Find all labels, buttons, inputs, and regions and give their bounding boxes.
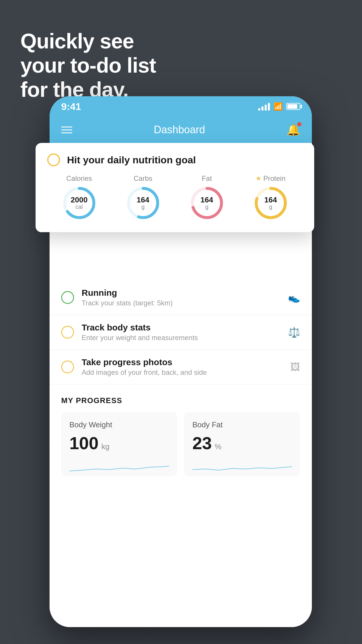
body-weight-unit: kg [101,442,109,451]
carbs-unit: g [141,204,145,210]
carbs-value: 164 [137,196,149,204]
calories-value: 2000 [71,196,88,204]
background: Quickly see your to-do list for the day.… [0,0,362,644]
todo-text-running: Running Track your stats (target: 5km) [82,288,280,307]
body-fat-chart [192,458,292,475]
status-time: 9:41 [61,101,81,112]
hero-line1: Quickly see [20,29,156,53]
todo-name-running: Running [82,288,280,298]
todo-circle-running [61,291,74,304]
body-fat-unit: % [215,442,222,451]
protein-label: ★ Protein [256,174,285,183]
nutrition-card[interactable]: Hit your daily nutrition goal Calories 2… [36,143,314,232]
nutrition-card-header: Hit your daily nutrition goal [47,153,303,166]
calories-ring-item: Calories 2000 cal [62,174,97,220]
body-fat-title: Body Fat [192,420,292,429]
todo-sub-running: Track your stats (target: 5km) [82,299,280,307]
fat-value: 164 [201,196,213,204]
nav-bar: Dashboard 🔔 [50,117,312,143]
fat-unit: g [205,204,208,210]
notification-dot [297,122,301,126]
protein-ring-item: ★ Protein 164 g [253,174,288,220]
hamburger-menu[interactable] [61,127,72,133]
todo-list: Running Track your stats (target: 5km) 👟… [50,280,312,384]
calories-ring: 2000 cal [62,186,97,220]
progress-card-weight[interactable]: Body Weight 100 kg [61,412,177,476]
hero-text: Quickly see your to-do list for the day. [20,29,156,102]
shoe-icon: 👟 [288,292,300,303]
carbs-ring-item: Carbs 164 g [126,174,161,220]
status-bar: 9:41 📶 [50,96,312,117]
body-weight-title: Body Weight [69,420,169,429]
progress-header: MY PROGRESS [61,396,300,405]
progress-section: MY PROGRESS Body Weight 100 kg [50,384,312,482]
body-weight-chart [69,458,169,475]
nav-title: Dashboard [154,124,205,136]
signal-icon [258,102,270,111]
nutrition-radio[interactable] [47,153,60,166]
fat-ring-item: Fat 164 g [189,174,224,220]
photo-icon: 🖼 [290,361,300,373]
todo-item-running[interactable]: Running Track your stats (target: 5km) 👟 [50,280,312,315]
status-icons: 📶 [258,102,300,111]
todo-text-photos: Take progress photos Add images of your … [82,357,283,377]
progress-cards: Body Weight 100 kg Body Fat [61,412,300,476]
protein-unit: g [269,204,272,210]
todo-name-track-body: Track body stats [82,323,280,332]
battery-icon [286,103,300,110]
scale-icon: ⚖️ [288,326,300,338]
fat-label: Fat [202,174,212,183]
protein-ring: 164 g [253,186,288,220]
calories-label: Calories [66,174,92,183]
body-weight-number: 100 [69,435,99,452]
hero-line2: your to-do list [20,53,156,78]
calories-unit: cal [75,204,83,210]
wifi-icon: 📶 [273,102,283,111]
fat-ring: 164 g [189,186,224,220]
bell-icon[interactable]: 🔔 [287,123,300,136]
todo-item-track-body[interactable]: Track body stats Enter your weight and m… [50,315,312,350]
progress-card-bodyfat[interactable]: Body Fat 23 % [184,412,300,476]
carbs-ring: 164 g [126,186,161,220]
body-weight-value-row: 100 kg [69,435,169,452]
carbs-label: Carbs [133,174,152,183]
todo-name-photos: Take progress photos [82,357,283,367]
todo-circle-photos [61,360,74,373]
todo-sub-track-body: Enter your weight and measurements [82,334,280,342]
body-fat-number: 23 [192,435,212,452]
todo-circle-track-body [61,326,74,339]
todo-item-photos[interactable]: Take progress photos Add images of your … [50,350,312,384]
todo-sub-photos: Add images of your front, back, and side [82,368,283,377]
todo-text-track-body: Track body stats Enter your weight and m… [82,323,280,342]
body-fat-value-row: 23 % [192,435,292,452]
nutrition-title: Hit your daily nutrition goal [67,154,196,166]
nutrition-rings: Calories 2000 cal Carbs [47,174,303,220]
star-icon: ★ [256,175,261,182]
protein-value: 164 [264,196,277,204]
